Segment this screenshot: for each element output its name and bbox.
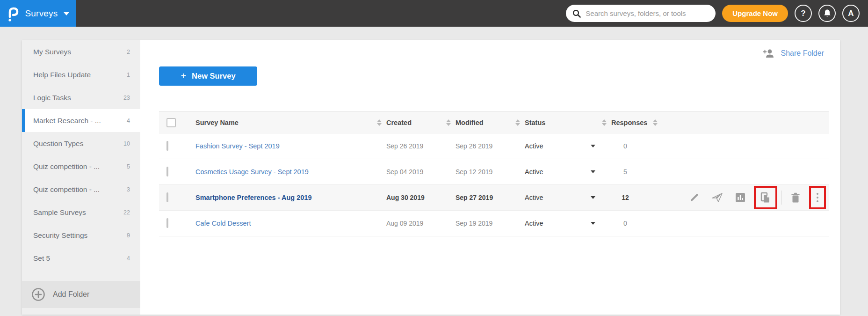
new-survey-label: New Survey [192, 72, 236, 81]
row-checkbox[interactable] [166, 141, 168, 151]
global-search [566, 5, 716, 22]
sidebar-item-sample-surveys[interactable]: Sample Surveys 22 [22, 201, 140, 224]
proprofs-logo-icon [7, 6, 19, 22]
modified-date: Sep 26 2019 [456, 142, 525, 150]
sidebar-item-count: 4 [127, 118, 130, 124]
col-created[interactable]: Created [386, 119, 412, 126]
sidebar-item-label: Security Settings [33, 231, 127, 240]
sidebar-item-my-surveys[interactable]: My Surveys 2 [22, 40, 140, 63]
col-status[interactable]: Status [525, 119, 545, 126]
sidebar-item-label: My Surveys [33, 48, 127, 56]
avatar-initial: A [848, 9, 854, 18]
sidebar-item-label: Set 5 [33, 254, 127, 263]
sidebar-item-help-files-update[interactable]: Help Files Update 1 [22, 63, 140, 86]
help-icon: ? [801, 9, 805, 18]
sidebar-item-count: 9 [127, 232, 130, 239]
sort-modified-icon[interactable] [515, 119, 520, 126]
sidebar-item-count: 10 [123, 140, 130, 147]
sidebar-item-quiz-competition-2[interactable]: Quiz competition - ... 3 [22, 178, 140, 201]
duplicate-callout-box [754, 186, 777, 209]
help-button[interactable]: ? [795, 5, 812, 22]
plus-circle-icon [31, 287, 45, 301]
app-switcher[interactable]: Surveys [0, 0, 76, 27]
sidebar-item-set-5[interactable]: Set 5 4 [22, 247, 140, 270]
product-name: Surveys [25, 8, 58, 19]
sidebar-item-count: 4 [127, 255, 130, 262]
sidebar-item-question-types[interactable]: Question Types 10 [22, 132, 140, 155]
row-checkbox[interactable] [166, 167, 168, 176]
sidebar-item-security-settings[interactable]: Security Settings 9 [22, 224, 140, 247]
trash-icon [791, 192, 800, 203]
person-add-icon [763, 49, 775, 58]
paper-plane-icon [712, 192, 723, 203]
survey-name-link[interactable]: Cosmetics Usage Survey - Sept 2019 [188, 168, 309, 176]
survey-name-link[interactable]: Fashion Survey - Sept 2019 [188, 142, 280, 150]
duplicate-button[interactable] [756, 188, 775, 207]
status-value: Active [525, 142, 543, 150]
more-callout-box [809, 186, 826, 209]
pencil-icon [689, 192, 700, 203]
survey-name-link[interactable]: Smartphone Preferences - Aug 2019 [188, 194, 311, 201]
sidebar-item-label: Help Files Update [33, 71, 127, 79]
table-row-highlighted: Smartphone Preferences - Aug 2019 Aug 30… [159, 185, 829, 211]
sort-status-icon[interactable] [602, 119, 607, 126]
new-survey-button[interactable]: + New Survey [159, 66, 257, 86]
add-folder-button[interactable]: Add Folder [22, 281, 140, 308]
table-row: Fashion Survey - Sept 2019 Sep 26 2019 S… [159, 133, 829, 159]
responses-count: 12 [611, 194, 639, 201]
edit-button[interactable] [685, 188, 704, 207]
sidebar-item-count: 1 [127, 72, 130, 78]
select-all-checkbox[interactable] [166, 118, 176, 127]
more-options-button[interactable] [811, 188, 824, 207]
survey-name-link[interactable]: Cafe Cold Dessert [188, 220, 251, 227]
responses-count: 5 [611, 168, 639, 176]
bell-icon [823, 9, 832, 18]
notifications-button[interactable] [818, 5, 836, 22]
modified-date: Sep 27 2019 [456, 194, 525, 201]
col-responses[interactable]: Responses [611, 119, 647, 126]
upgrade-now-button[interactable]: Upgrade Now [722, 5, 788, 22]
created-date: Aug 09 2019 [386, 220, 456, 227]
sidebar-item-count: 2 [127, 49, 130, 55]
send-button[interactable] [708, 188, 727, 207]
sidebar-item-logic-tasks[interactable]: Logic Tasks 23 [22, 86, 140, 109]
sort-responses-icon[interactable] [653, 119, 658, 126]
reports-button[interactable] [731, 188, 750, 207]
col-modified[interactable]: Modified [456, 119, 484, 126]
actions-divider [781, 191, 782, 205]
account-avatar[interactable]: A [842, 5, 860, 22]
status-dropdown-icon[interactable] [591, 170, 595, 173]
copy-icon [760, 191, 771, 204]
sidebar-item-label: Sample Surveys [33, 208, 123, 217]
content-card: My Surveys 2 Help Files Update 1 Logic T… [22, 40, 840, 315]
created-date: Sep 04 2019 [386, 168, 456, 176]
plus-icon: + [181, 71, 186, 81]
responses-count: 0 [611, 220, 639, 227]
status-dropdown-icon[interactable] [591, 222, 595, 225]
modified-date: Sep 12 2019 [456, 168, 525, 176]
sidebar-item-market-research[interactable]: Market Research - ... 4 [22, 109, 140, 132]
search-input[interactable] [586, 9, 709, 17]
status-value: Active [525, 194, 543, 201]
table-row: Cafe Cold Dessert Aug 09 2019 Sep 19 201… [159, 211, 829, 236]
sidebar-item-count: 5 [127, 163, 130, 170]
col-survey-name[interactable]: Survey Name [188, 119, 239, 126]
row-checkbox[interactable] [166, 218, 168, 228]
surveys-table: Survey Name Created Modified Status Resp… [159, 111, 829, 236]
row-checkbox[interactable] [166, 192, 168, 202]
add-folder-label: Add Folder [53, 290, 89, 299]
share-folder-button[interactable]: Share Folder [763, 49, 825, 58]
table-header-row: Survey Name Created Modified Status Resp… [159, 111, 829, 133]
delete-button[interactable] [786, 188, 805, 207]
status-dropdown-icon[interactable] [591, 145, 595, 147]
sidebar-item-quiz-competition-1[interactable]: Quiz competition - ... 5 [22, 155, 140, 178]
sidebar-item-label: Question Types [33, 140, 123, 148]
responses-count: 0 [611, 142, 639, 150]
sort-created-icon[interactable] [446, 119, 451, 126]
chevron-down-icon [64, 12, 69, 15]
sidebar-item-label: Market Research - ... [33, 117, 127, 125]
status-value: Active [525, 220, 543, 227]
created-date: Sep 26 2019 [386, 142, 456, 150]
status-dropdown-icon[interactable] [591, 196, 595, 199]
sort-survey-name-icon[interactable] [377, 119, 382, 126]
